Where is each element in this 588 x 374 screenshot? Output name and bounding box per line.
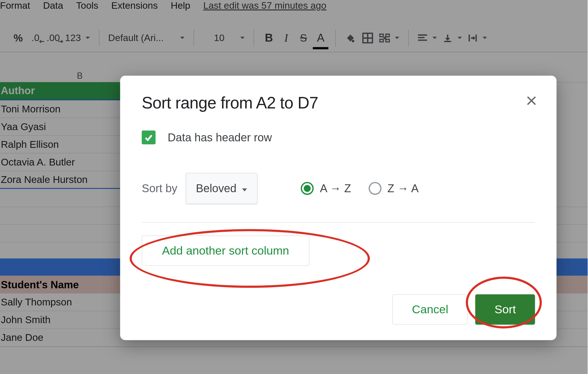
sort-by-value: Beloved: [196, 182, 237, 195]
paint-bucket-icon: [344, 32, 357, 44]
borders-button[interactable]: [359, 28, 377, 47]
radio-circle-icon: [368, 182, 381, 195]
column-header-b[interactable]: B: [77, 71, 83, 81]
radio-circle-icon: [301, 182, 314, 195]
chevron-down-icon: [242, 182, 248, 195]
radio-z-to-a[interactable]: Z → A: [368, 182, 419, 195]
increase-decimal-button[interactable]: .00: [44, 28, 63, 47]
italic-button[interactable]: I: [278, 28, 295, 47]
menu-bar: Format Data Tools Extensions Help Last e…: [0, 0, 588, 13]
dialog-title: Sort range from A2 to D7: [142, 94, 535, 112]
header-row-checkbox[interactable]: [142, 130, 155, 144]
cancel-button[interactable]: Cancel: [392, 294, 468, 325]
vertical-align-button[interactable]: [440, 28, 465, 47]
radio-label: Z → A: [387, 182, 419, 195]
text-wrap-button[interactable]: [465, 28, 490, 47]
bold-button[interactable]: B: [260, 28, 278, 47]
decrease-decimal-button[interactable]: .0: [27, 28, 44, 47]
more-formats-button[interactable]: 123: [62, 28, 93, 47]
divider: [142, 222, 535, 223]
sort-button[interactable]: Sort: [476, 294, 535, 325]
add-sort-column-button[interactable]: Add another sort column: [142, 235, 309, 266]
separator: [194, 29, 194, 47]
radio-a-to-z[interactable]: A → Z: [301, 182, 351, 195]
header-row-checkbox-label: Data has header row: [168, 131, 272, 144]
close-icon: [526, 95, 537, 106]
dialog-footer: Cancel Sort: [392, 294, 535, 325]
merge-icon: [379, 32, 390, 44]
sort-order-radio-group: A → Z Z → A: [301, 182, 419, 195]
font-family-dropdown[interactable]: Default (Ari...: [106, 28, 188, 47]
borders-icon: [362, 32, 373, 44]
chevron-down-icon: [395, 36, 400, 39]
horizontal-align-button[interactable]: [415, 28, 440, 47]
sort-range-dialog: Sort range from A2 to D7 Data has header…: [120, 76, 557, 340]
format-percent-button[interactable]: %: [10, 28, 27, 47]
text-color-button[interactable]: A: [312, 28, 330, 47]
menu-tools[interactable]: Tools: [76, 0, 98, 11]
sort-by-dropdown[interactable]: Beloved: [186, 173, 258, 204]
radio-label: A → Z: [320, 182, 351, 195]
chevron-down-icon: [457, 36, 462, 39]
separator: [335, 29, 336, 47]
sort-by-row: Sort by Beloved A → Z Z → A: [142, 173, 535, 204]
menu-data[interactable]: Data: [43, 0, 63, 11]
toolbar: % .0 .00 123 Default (Ari... 10 B I S A: [0, 24, 588, 53]
chevron-down-icon: [482, 36, 487, 39]
merge-cells-button[interactable]: [376, 28, 402, 47]
header-row-checkbox-row: Data has header row: [142, 130, 535, 144]
strikethrough-button[interactable]: S: [295, 28, 312, 47]
sort-by-label: Sort by: [142, 182, 177, 195]
align-left-icon: [417, 33, 428, 43]
chevron-down-icon: [240, 36, 245, 39]
check-icon: [144, 133, 153, 142]
chevron-down-icon: [432, 36, 437, 39]
valign-bottom-icon: [442, 33, 453, 43]
menu-format[interactable]: Format: [0, 0, 30, 11]
separator: [408, 29, 409, 47]
font-size-dropdown[interactable]: 10: [200, 28, 248, 47]
menu-extensions[interactable]: Extensions: [111, 0, 158, 11]
separator: [99, 29, 100, 47]
separator: [254, 29, 254, 47]
menu-help[interactable]: Help: [171, 0, 190, 11]
last-edit-link[interactable]: Last edit was 57 minutes ago: [203, 0, 326, 11]
close-button[interactable]: [524, 93, 539, 108]
chevron-down-icon: [85, 36, 90, 39]
wrap-icon: [468, 33, 478, 43]
fill-color-button[interactable]: [342, 28, 359, 47]
chevron-down-icon: [180, 36, 185, 39]
